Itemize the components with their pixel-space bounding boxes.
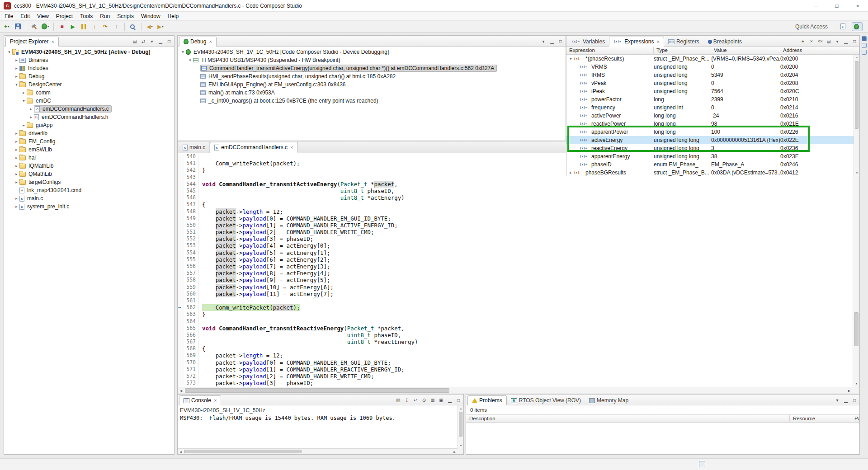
code-line[interactable]: 557 packet->payload[8] = actEnergy[4]; <box>178 270 853 277</box>
scrollbar-thumb[interactable] <box>459 412 462 437</box>
code-line[interactable]: 555 packet->payload[6] = actEnergy[2]; <box>178 256 853 263</box>
code-line[interactable]: 554 packet->payload[5] = actEnergy[1]; <box>178 249 853 256</box>
gutter-annotation-ruler[interactable] <box>178 311 184 318</box>
close-window-button[interactable]: × <box>847 0 868 12</box>
expression-row[interactable]: (x)=activePowerlong long-240x0216 <box>566 112 859 120</box>
gutter-annotation-ruler[interactable] <box>178 167 184 174</box>
build-button[interactable] <box>29 22 39 32</box>
collapse-all-icon[interactable]: ▤ <box>131 38 138 45</box>
project-explorer-tab[interactable]: Project Explorer × <box>5 37 59 47</box>
project-tree-item[interactable]: ▾EVM430-i2040S_SH_1V_1C_50Hz [Active - D… <box>4 48 174 56</box>
maximize-icon[interactable]: □ <box>165 38 173 45</box>
tab-problems[interactable]: Problems <box>467 395 507 405</box>
code-text[interactable] <box>199 318 202 325</box>
search-button[interactable] <box>128 22 138 32</box>
column-header-address[interactable]: Address <box>780 47 859 54</box>
debug-tree-item[interactable]: ▾TI MSP430 USB1/MSP430 (Suspended - HW B… <box>178 56 566 64</box>
expression-row[interactable]: (x)=apparentPowerlong long1000x0226 <box>566 128 859 136</box>
code-text[interactable]: packet->payload[2] = COMMAND_HANDLER_WRI… <box>199 229 374 235</box>
scroll-right-icon[interactable]: ▶ <box>846 387 853 394</box>
debug-tree-item[interactable]: ▾EVM430-i2040S_SH_1V_1C_50Hz [Code Compo… <box>178 48 566 56</box>
code-line[interactable]: 550 packet->payload[1] = COMMAND_HANDLER… <box>178 222 853 229</box>
expand-icon[interactable]: ▸ <box>28 115 34 119</box>
suspend-button[interactable] <box>79 22 89 32</box>
expand-icon[interactable]: ▸ <box>14 66 19 70</box>
tab-variables[interactable]: (x)=Variables <box>568 37 609 47</box>
debug-tree-item[interactable]: EMLibGUIApp_Engine() at EM_userConfig.c:… <box>178 80 566 89</box>
expand-icon[interactable]: ▸ <box>14 155 19 160</box>
expand-icon[interactable]: ▸ <box>14 147 19 152</box>
gutter-annotation-ruler[interactable] <box>178 291 184 297</box>
gutter-annotation-ruler[interactable] <box>178 277 184 283</box>
gutter-annotation-ruler[interactable] <box>178 270 184 277</box>
clear-console-icon[interactable]: ▧ <box>395 396 402 404</box>
expression-row[interactable]: (x)=apparentEnergyunsigned long long380x… <box>566 152 859 160</box>
code-text[interactable]: packet->payload[3] = phaseID; <box>199 380 313 386</box>
gutter-annotation-ruler[interactable] <box>178 229 184 235</box>
collapse-icon[interactable]: ▾ <box>568 55 574 63</box>
expand-icon[interactable]: ▸ <box>28 107 34 111</box>
code-editor[interactable]: 540541 Comm_writePacket(packet);542}5435… <box>178 153 853 387</box>
code-line[interactable]: →562 Comm_writePacket(packet); <box>178 304 853 311</box>
code-text[interactable]: packet->payload[3] = phaseID; <box>199 235 313 242</box>
project-tree-item[interactable]: ▾DesignCenter <box>4 80 174 89</box>
scroll-down-icon[interactable]: ▼ <box>853 380 860 387</box>
project-tree-item[interactable]: ▸hemDCCommandHandlers.h <box>4 113 174 121</box>
gutter-annotation-ruler[interactable] <box>178 297 184 304</box>
code-text[interactable]: } <box>199 167 205 174</box>
code-text[interactable]: packet->payload[1] = COMMAND_HANDLER_ACT… <box>199 222 398 229</box>
code-line[interactable]: 558 packet->payload[9] = actEnergy[5]; <box>178 277 853 283</box>
expand-icon[interactable]: ▸ <box>21 90 27 95</box>
gutter-annotation-ruler[interactable] <box>178 208 184 215</box>
close-view-icon[interactable]: × <box>657 39 660 44</box>
code-line[interactable]: 551 packet->payload[2] = COMMAND_HANDLER… <box>178 229 853 235</box>
tab-memory-map[interactable]: Memory Map <box>585 395 632 405</box>
code-text[interactable]: packet->payload[10] = actEnergy[6]; <box>199 284 334 291</box>
tab-registers[interactable]: 1010Registers <box>664 37 703 47</box>
step-return-button[interactable]: ↑ <box>111 22 121 32</box>
expand-icon[interactable]: ▸ <box>568 169 574 176</box>
maximize-icon[interactable]: □ <box>851 396 858 404</box>
scrollbar-thumb[interactable] <box>855 61 859 129</box>
expand-icon[interactable]: ▸ <box>14 204 19 209</box>
expression-row[interactable]: (x)=frequencyunsigned int00x0214 <box>566 103 859 112</box>
expand-icon[interactable]: ▸ <box>14 196 19 201</box>
project-tree-item[interactable]: ▸targetConfigs <box>4 178 174 186</box>
expression-row[interactable]: (x)=VRMSunsigned long00x0200 <box>566 63 859 71</box>
project-tree-item[interactable]: ▸Debug <box>4 72 174 80</box>
expression-row[interactable]: (x)=powerFactorlong23990x0210 <box>566 95 859 103</box>
code-line[interactable]: 561 <box>178 297 853 304</box>
code-text[interactable]: void CommandHandler_transmitReactiveEner… <box>199 325 405 332</box>
close-view-icon[interactable]: × <box>51 39 54 44</box>
expand-icon[interactable]: ▸ <box>14 180 19 184</box>
code-text[interactable]: packet->payload[8] = actEnergy[4]; <box>199 270 330 277</box>
code-text[interactable]: packet->payload[2] = COMMAND_HANDLER_WRI… <box>199 373 374 380</box>
menu-tools[interactable]: Tools <box>76 12 96 20</box>
code-text[interactable]: Comm_writePacket(packet); <box>199 304 300 311</box>
scrollbar-thumb[interactable] <box>184 450 302 453</box>
column-header-resource[interactable]: Resource <box>790 415 851 422</box>
step-into-button[interactable]: ↓ <box>90 22 99 32</box>
scroll-left-icon[interactable]: ◀ <box>178 449 184 455</box>
debug-tab[interactable]: Debug × <box>179 37 217 47</box>
expression-row[interactable]: ▾(x)*(phaseResults)struct _EM_Phase_R...… <box>566 55 859 63</box>
column-header-expression[interactable]: Expression <box>566 47 654 54</box>
menu-scripts[interactable]: Scripts <box>113 12 137 20</box>
expression-row[interactable]: (x)=phaseIDenum EM_Phase_EM_Phase_A0x024… <box>566 160 859 169</box>
project-tree-item[interactable]: ▸QMathLib <box>4 170 174 178</box>
code-text[interactable]: { <box>199 201 205 208</box>
code-text[interactable]: packet->payload[4] = actEnergy[0]; <box>199 242 330 249</box>
code-text[interactable]: void CommandHandler_transmitActiveEnergy… <box>199 181 398 188</box>
editor-vertical-scrollbar[interactable]: ▲ ▼ <box>853 153 859 387</box>
restore-views-icon[interactable] <box>862 36 867 41</box>
gutter-annotation-ruler[interactable] <box>178 325 184 332</box>
menu-window[interactable]: Window <box>137 12 164 20</box>
code-text[interactable]: packet->payload[11] = actEnergy[7]; <box>199 291 334 297</box>
tab-breakpoints[interactable]: Breakpoints <box>703 37 746 47</box>
scroll-up-icon[interactable]: ▲ <box>458 405 464 411</box>
project-tree-item[interactable]: ▸cemDCCommandHandlers.c <box>4 105 174 113</box>
gutter-annotation-ruler[interactable] <box>178 194 184 201</box>
code-line[interactable]: 544void CommandHandler_transmitActiveEne… <box>178 181 853 188</box>
code-line[interactable]: 566 uint8_t phaseID, <box>178 332 853 338</box>
project-tree-item[interactable]: ▸IQMathLib <box>4 162 174 170</box>
